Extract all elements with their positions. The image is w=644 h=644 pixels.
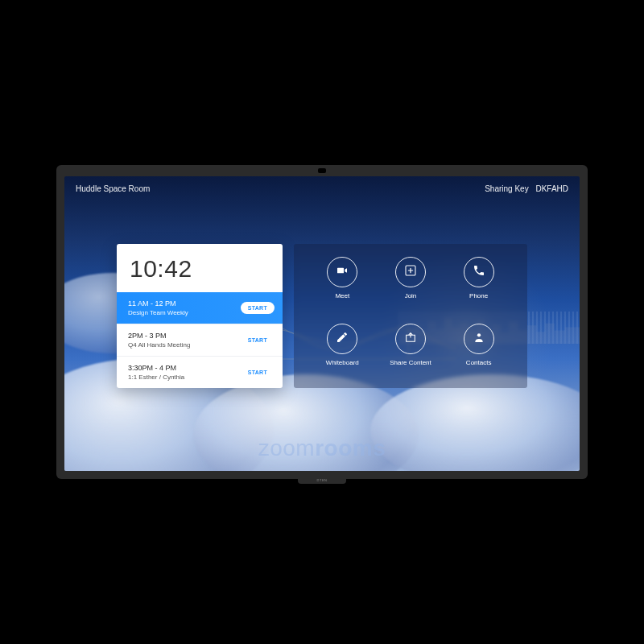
action-label: Phone [469,292,488,299]
brand-suffix: rooms [315,436,386,460]
event-time: 11 AM - 12 PM [128,299,188,308]
action-label: Meet [335,292,349,299]
screen: Huddle Space Room Sharing Key DKFAHD 10:… [64,176,580,471]
event-title: Design Team Weekly [128,309,188,316]
action-label: Contacts [466,359,492,366]
sharing-key: Sharing Key DKFAHD [485,184,568,193]
sharing-key-value: DKFAHD [535,184,568,193]
event-title: 1:1 Esther / Cynthia [128,374,184,381]
meet-button[interactable]: Meet [327,257,357,311]
action-label: Join [405,292,417,299]
camera-notch [318,168,326,173]
brand-watermark: zoomrooms [64,436,580,461]
schedule-card: 10:42 11 AM - 12 PM Design Team Weekly S… [117,244,283,388]
pen-icon [336,331,349,347]
start-button[interactable]: START [241,366,275,378]
top-bar: Huddle Space Room Sharing Key DKFAHD [76,184,568,193]
event-time: 3:30PM - 4 PM [128,364,184,372]
share-content-button[interactable]: Share Content [390,324,431,378]
svg-point-4 [477,333,481,336]
clock: 10:42 [117,244,283,292]
action-label: Whiteboard [326,359,359,366]
phone-button[interactable]: Phone [464,257,494,311]
phone-icon [473,264,485,280]
event-row[interactable]: 3:30PM - 4 PM 1:1 Esther / Cynthia START [117,356,283,388]
plus-icon [404,264,417,280]
action-label: Share Content [390,359,431,366]
contacts-button[interactable]: Contacts [464,324,494,378]
share-icon [404,331,417,347]
brand-name: zoom [258,436,315,460]
event-row[interactable]: 11 AM - 12 PM Design Team Weekly START [117,292,283,324]
sharing-key-label: Sharing Key [485,184,528,193]
whiteboard-button[interactable]: Whiteboard [326,324,359,378]
action-panel: Meet Join Phone [294,244,527,388]
start-button[interactable]: START [241,302,275,314]
start-button[interactable]: START [241,334,275,346]
event-title: Q4 All Hands Meeting [128,341,190,349]
person-icon [473,331,485,347]
event-time: 2PM - 3 PM [128,332,190,340]
device-frame: DTEN Huddle Space Room Sharing Key DKFA [56,165,588,479]
join-button[interactable]: Join [395,257,426,311]
room-name: Huddle Space Room [76,184,150,193]
device-brand-chin: DTEN [298,476,346,484]
event-row[interactable]: 2PM - 3 PM Q4 All Hands Meeting START [117,324,283,356]
video-icon [336,264,349,280]
